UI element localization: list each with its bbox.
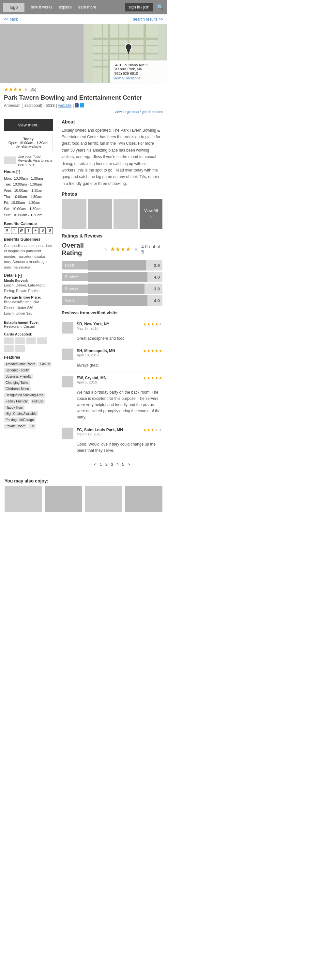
time-fri: 10:00am - 1:30am — [11, 200, 40, 206]
tag-banquet: Banquet Facility — [4, 368, 30, 373]
rating-bar-service1: Service 4.0 — [62, 272, 162, 282]
reviewer-name-1: SB, New York, NY — [77, 322, 139, 326]
venue-price: $$$$ — [46, 103, 55, 108]
meals-text: Lunch, Dinner, Late-Night Dining, Privat… — [4, 283, 53, 293]
back-link[interactable]: << back — [4, 17, 18, 22]
venue-website-link[interactable]: website — [59, 103, 72, 108]
venue-meta: American (Traditional) | $$$$ | website … — [4, 103, 163, 108]
tag-childrens-menu: Children's Menu — [4, 387, 31, 391]
page-4-button[interactable]: 4 — [116, 462, 119, 467]
tag-smoking: Designated Smoking Area — [4, 393, 45, 398]
photos-title: Photos — [62, 191, 162, 197]
also-thumb-2[interactable] — [45, 486, 82, 512]
bar-value-value: 4.0 — [154, 298, 160, 303]
ratings-title: Ratings & Reviews — [62, 233, 162, 239]
view-all-photos-button[interactable]: View All › — [139, 199, 162, 229]
photo-1[interactable] — [62, 199, 86, 229]
page-2-button[interactable]: 2 — [105, 462, 108, 467]
view-all-label: View All — [144, 208, 158, 213]
stars-filled: ★★★★ — [4, 86, 22, 92]
separator2: | — [56, 103, 57, 108]
review-stars-1: ★★★★★ — [143, 322, 162, 327]
reviews-section: Reviews from verified visits SB, New Yor… — [62, 310, 162, 471]
time-wed: 10:00am - 1:30am — [14, 188, 43, 194]
logo: logo — [3, 3, 24, 12]
bar-label-service1: Service — [62, 273, 88, 281]
details-label: Details [-] — [4, 273, 53, 278]
benefits-calendar-label: Benefits Calendar — [4, 221, 53, 226]
review-item-1: SB, New York, NY May 17, 2016 ★★★★★ Grea… — [62, 318, 162, 345]
rating-bar-value: Value 4.0 — [62, 295, 162, 306]
also-enjoy-section: You may also enjoy: — [0, 475, 167, 517]
reviewer-avatar-4 — [62, 428, 73, 439]
review-stars-4: ★★★★★ — [143, 428, 162, 433]
reviewer-date-3: April 5, 2016 — [77, 380, 139, 384]
bar-outer-food: 3.9 — [88, 260, 162, 270]
hours-row: Sat:10:00am - 1:30am — [4, 206, 53, 212]
hours-row: Tue:10:00am - 1:30am — [4, 181, 53, 188]
search-results-link[interactable]: search results >> — [133, 17, 163, 22]
also-thumb-1[interactable] — [5, 486, 42, 512]
review-header-1: SB, New York, NY May 17, 2016 ★★★★★ — [62, 322, 162, 334]
also-thumb-4[interactable] — [125, 486, 162, 512]
view-all-locations-link[interactable]: view all locations — [114, 76, 141, 80]
stars-empty: ★ — [24, 86, 28, 92]
also-enjoy-title: You may also enjoy: — [5, 478, 162, 484]
bar-fill-service1 — [88, 272, 147, 282]
reviewer-info-3: PW, Crystal, MN April 5, 2016 — [77, 375, 139, 384]
tag-tv: TV — [28, 424, 36, 429]
review-text-4: Good. Would love if they could change up… — [62, 441, 162, 454]
main-layout: view menu Today Open: 10:00am - 1:30am B… — [0, 116, 167, 475]
svg-point-11 — [125, 44, 132, 50]
rating-bar-service2: Service 3.8 — [62, 283, 162, 294]
time-sat: 10:00am - 1:30am — [13, 206, 41, 212]
nav-how-it-works[interactable]: how it works — [31, 5, 52, 10]
page-5-button[interactable]: 5 — [122, 462, 124, 467]
day-wed: Wed: — [4, 188, 12, 194]
directions-link[interactable]: view large map / get directions — [114, 110, 163, 114]
signin-button[interactable]: sign in / join — [125, 3, 153, 11]
facebook-icon[interactable]: f — [75, 103, 79, 108]
card-5 — [4, 345, 14, 352]
search-icon[interactable]: 🔍 — [157, 3, 164, 11]
today-hours: Open: 10:00am - 1:30am — [7, 141, 50, 145]
view-menu-button[interactable]: view menu — [4, 119, 53, 130]
page-1-button[interactable]: 1 — [100, 462, 102, 467]
prev-page-button[interactable]: < — [94, 462, 97, 467]
tag-private-room: Private Room — [4, 424, 27, 429]
nav-earn-more[interactable]: earn more — [78, 5, 96, 10]
photo-3[interactable] — [114, 199, 138, 229]
bar-value-food: 3.9 — [154, 263, 160, 268]
also-enjoy-grid — [5, 486, 162, 512]
hero: 3401 Louisiana Ave S St Louis Park, MN (… — [0, 24, 167, 83]
features-label: Features — [4, 355, 53, 360]
rewards-text: Use your Total Rewards Visa to earn even… — [17, 154, 53, 166]
review-text-3: We had a birthday party on the back room… — [62, 390, 162, 421]
time-tue: 10:00am - 1:30am — [13, 181, 42, 188]
today-box: Today Open: 10:00am - 1:30am Benefits av… — [4, 134, 53, 151]
hours-row: Sun:10:00am - 1:30am — [4, 212, 53, 218]
next-page-button[interactable]: > — [128, 462, 130, 467]
card-mc — [15, 337, 25, 344]
question-mark-icon[interactable]: ? — [105, 247, 107, 251]
establishment-label: Establishment Type: — [4, 320, 39, 325]
bar-value-service1: 4.0 — [154, 275, 160, 280]
today-benefits: Benefits available — [7, 145, 50, 148]
day-fri: Fri: — [4, 200, 9, 206]
entree-lunch: Lunch: Under $20 — [4, 311, 32, 315]
reviewer-date-1: May 17, 2016 — [77, 326, 139, 330]
sidebar: view menu Today Open: 10:00am - 1:30am B… — [0, 116, 57, 475]
venue-cuisine: American (Traditional) — [4, 103, 43, 108]
day-mon: Mon: — [4, 175, 12, 181]
pagination: < 1 2 3 4 5 > — [62, 457, 162, 471]
also-thumb-3[interactable] — [85, 486, 122, 512]
separator: | — [44, 103, 45, 108]
nav-explore[interactable]: explore — [59, 5, 72, 10]
reviewer-date-2: April 10, 2016 — [77, 353, 139, 357]
page-3-button[interactable]: 3 — [111, 462, 113, 467]
twitter-icon[interactable]: t — [80, 103, 84, 108]
rating-bar-food: Food 3.9 — [62, 260, 162, 270]
bar-label-value: Value — [62, 296, 88, 305]
cards-label: Cards Accepted: — [4, 332, 32, 336]
photo-2[interactable] — [88, 199, 112, 229]
